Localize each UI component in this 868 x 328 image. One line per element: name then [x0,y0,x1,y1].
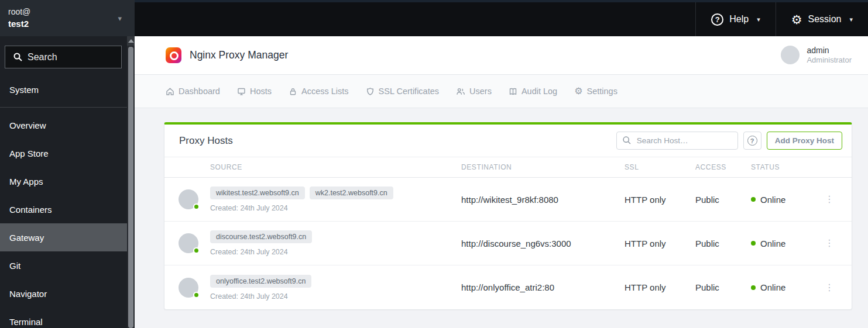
search-icon [13,52,23,62]
add-proxy-host-button[interactable]: Add Proxy Host [767,132,842,150]
tab-settings[interactable]: ⚙ Settings [574,87,617,96]
book-icon [509,87,517,96]
column-header-source: SOURCE [210,163,461,171]
chevron-down-icon: ▾ [849,16,853,23]
table-row[interactable]: discourse.test2.websoft9.cn Created: 24t… [164,222,852,265]
app-header: Nginx Proxy Manager admin Administrator [135,36,868,75]
status-label: Online [760,195,785,205]
column-header-ssl: SSL [625,163,695,171]
destination-cell: http://wikitest_9r8kf:8080 [461,195,625,205]
table-row[interactable]: onlyoffice.test2.websoft9.cn Created: 24… [164,265,852,309]
shield-icon [366,87,375,96]
sidebar-scrollbar[interactable] [127,36,135,328]
tab-audit-log[interactable]: Audit Log [509,87,557,96]
lock-icon [289,87,297,96]
status-label: Online [760,239,785,248]
sidebar-item-navigator[interactable]: Navigator [0,279,127,308]
tab-ssl-certificates[interactable]: SSL Certificates [366,87,439,96]
search-icon [622,136,632,145]
shell-topbar: ? Help ▾ ⚙ Session ▾ [135,0,868,36]
sidebar-divider [0,107,127,108]
avatar [179,233,198,253]
row-actions-kebab-icon[interactable]: ⋮ [825,283,852,292]
status-label: Online [760,282,785,292]
row-actions-kebab-icon[interactable]: ⋮ [825,239,852,248]
online-dot-icon [193,203,200,210]
online-dot-icon [193,292,200,298]
column-header-access: ACCESS [695,163,751,171]
users-icon [456,87,465,96]
home-icon [166,87,174,96]
triangle-up-icon [128,39,134,43]
panel-header: Proxy Hosts ? Add Proxy Host [164,125,852,157]
created-date: Created: 24th July 2024 [210,204,461,212]
monitor-icon [237,87,246,96]
scroll-up-arrow[interactable] [127,36,135,46]
online-dot-icon [193,247,200,254]
shell-sidebar: root@ test2 ▾ System Overview App Store … [0,0,135,328]
created-date: Created: 24th July 2024 [210,248,461,256]
chevron-down-icon: ▾ [757,16,760,23]
row-actions-kebab-icon[interactable]: ⋮ [825,195,852,204]
access-cell: Public [695,282,751,292]
app-tabs: Dashboard Hosts Access Lists SSL Certifi… [135,75,868,108]
tab-users[interactable]: Users [456,87,492,96]
proxy-hosts-panel: Proxy Hosts ? Add Proxy Host SOURCE DEST… [164,122,852,310]
avatar [179,278,198,298]
help-icon: ? [711,13,723,26]
user-name: admin [807,45,852,56]
session-label: Session [808,14,842,25]
access-cell: Public [695,195,751,205]
ssl-cell: HTTP only [625,239,695,248]
sidebar-item-containers[interactable]: Containers [0,195,127,223]
help-menu-button[interactable]: ? Help ▾ [695,2,775,36]
created-date: Created: 24th July 2024 [210,292,461,301]
avatar [781,46,800,64]
app-title: Nginx Proxy Manager [190,49,288,61]
panel-help-button[interactable]: ? [743,132,761,150]
host-search-input[interactable] [616,132,738,150]
status-online-dot-icon [751,197,756,202]
gear-icon: ⚙ [574,87,582,96]
sidebar-item-overview[interactable]: Overview [0,111,127,139]
tab-hosts[interactable]: Hosts [237,87,272,96]
sidebar-item-app-store[interactable]: App Store [0,139,127,167]
source-domain-badge: wikitest.test2.websoft9.cn [210,187,305,199]
question-icon: ? [747,136,757,146]
ssl-cell: HTTP only [625,282,695,292]
tab-access-lists[interactable]: Access Lists [289,87,349,96]
panel-title: Proxy Hosts [179,135,233,147]
column-header-status: STATUS [751,163,815,171]
sidebar-item-system[interactable]: System [0,75,127,103]
status-online-dot-icon [751,285,756,290]
host-user-label: root@ [8,6,30,18]
source-domain-badge: wk2.test2.websoft9.cn [310,187,393,199]
sidebar-item-git[interactable]: Git [0,251,127,279]
sidebar-item-my-apps[interactable]: My Apps [0,167,127,195]
destination-cell: http://onlyoffice_atri2:80 [461,282,625,292]
host-switcher[interactable]: root@ test2 ▾ [0,0,135,36]
session-menu-button[interactable]: ⚙ Session ▾ [776,2,868,36]
table-row[interactable]: wikitest.test2.websoft9.cn wk2.test2.web… [164,178,852,222]
gear-icon: ⚙ [791,13,802,26]
column-header-destination: DESTINATION [461,163,625,171]
status-online-dot-icon [751,241,756,246]
scrollbar-thumb[interactable] [128,47,133,328]
table-header-row: SOURCE DESTINATION SSL ACCESS STATUS [164,157,852,178]
main-content: Nginx Proxy Manager admin Administrator … [135,36,868,328]
avatar [179,189,198,209]
user-role: Administrator [807,56,852,65]
sidebar-item-terminal[interactable]: Terminal [0,308,127,328]
sidebar-item-gateway[interactable]: Gateway [0,223,127,251]
nginx-proxy-manager-logo-icon [166,47,181,63]
source-domain-badge: onlyoffice.test2.websoft9.cn [210,275,311,288]
tab-dashboard[interactable]: Dashboard [166,87,220,96]
host-name-label: test2 [8,18,30,30]
source-domain-badge: discourse.test2.websoft9.cn [210,230,312,243]
access-cell: Public [695,239,751,248]
help-label: Help [729,14,749,25]
destination-cell: http://discourse_ng6vs:3000 [461,239,625,248]
chevron-down-icon: ▾ [118,14,122,23]
user-menu[interactable]: admin Administrator [781,45,852,65]
sidebar-menu: System Overview App Store My Apps Contai… [0,75,135,328]
